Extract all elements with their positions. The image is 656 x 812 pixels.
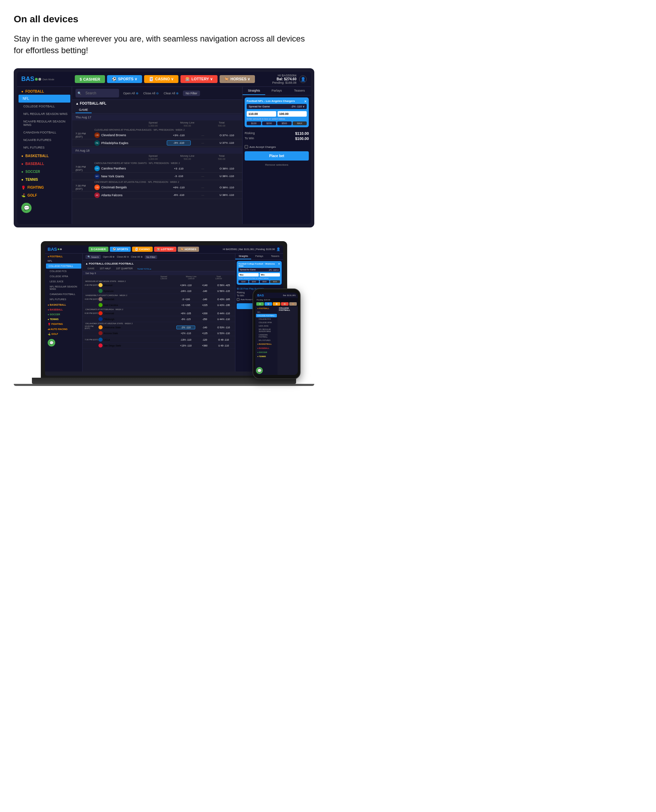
laptop-item-nfl[interactable]: NFL	[45, 258, 82, 263]
nav-lottery[interactable]: 🎰 LOTTERY ∨	[181, 75, 218, 83]
user-icon[interactable]: 👤	[299, 76, 307, 83]
laptop-qa-100[interactable]: $100	[238, 280, 248, 283]
laptop-qa-200[interactable]: $200	[249, 280, 259, 283]
falcons-spread[interactable]: -6½ -110	[167, 193, 191, 197]
laptop-item-nfl-wins[interactable]: NFL REGULAR SEASON WINS	[45, 284, 82, 292]
phone-nav-horses[interactable]: 🐎	[289, 302, 297, 306]
laptop-odd-23[interactable]: +125	[195, 332, 214, 334]
phone-item-college[interactable]: COLLEGE FOOTBALL	[256, 314, 277, 317]
laptop-bs-tab-straights[interactable]: Straights	[235, 254, 251, 259]
phone-nav-lottery[interactable]: 🎰	[281, 302, 289, 306]
qa-max[interactable]: MAX	[292, 121, 307, 125]
remove-selections[interactable]: Remove selections	[243, 162, 311, 168]
laptop-tab-more[interactable]: TEAM TOTAL ▸	[136, 266, 153, 271]
laptop-bs-tab-parlays[interactable]: Parlays	[251, 254, 267, 259]
sidebar-item-college-football[interactable]: COLLEGE FOOTBALL	[17, 102, 72, 110]
laptop-odd-1[interactable]: +24½ -110	[176, 284, 195, 286]
laptop-qa-500[interactable]: $500	[260, 280, 270, 283]
laptop-odd-7[interactable]: -3 +100	[176, 298, 195, 300]
laptop-odd-27[interactable]: O 49 -110	[214, 339, 233, 341]
laptop-item-fcs[interactable]: COLLEGE FCS	[45, 269, 82, 274]
bengals-total[interactable]: O 38½ -110	[215, 185, 239, 190]
clear-all-btn[interactable]: Clear All ⊗	[162, 91, 180, 96]
laptop-item-canadian[interactable]: CANADIAN FOOTBALL	[45, 292, 82, 297]
laptop-odd-4[interactable]: -24½ -110	[176, 290, 195, 292]
laptop-tab-game[interactable]: GAME	[85, 266, 97, 271]
close-all-btn[interactable]: Close All ⊖	[142, 91, 161, 96]
eagles-spread[interactable]: -3½ -110	[167, 140, 191, 145]
qa-200[interactable]: $200	[262, 121, 277, 125]
laptop-risk-input[interactable]: Max	[238, 273, 259, 277]
chat-button[interactable]: 💬	[21, 203, 32, 213]
phone-item-futures[interactable]: NFL FUTURES	[255, 339, 278, 342]
sidebar-item-canadian[interactable]: CANADIAN FOOTBALL	[17, 128, 72, 136]
laptop-close-all[interactable]: Close All ⊖	[117, 255, 128, 258]
phone-item-xfra[interactable]: COLLEGE XFRA	[255, 321, 278, 324]
laptop-odd-28[interactable]: +13½ -110	[176, 345, 195, 347]
nav-casino[interactable]: 🃏 CASINO ∨	[144, 75, 178, 83]
laptop-bet-card-close[interactable]: ✕	[278, 263, 280, 266]
panthers-spread[interactable]: +3 -110	[167, 166, 191, 171]
laptop-odd-3[interactable]: O 56½ -425	[214, 284, 233, 286]
laptop-clear-all[interactable]: Clear All ⊗	[131, 255, 143, 258]
phone-item-nflwins[interactable]: NFL REGULAR SEASON WINS	[255, 328, 278, 333]
laptop-odd-8[interactable]: -140	[195, 298, 214, 300]
laptop-nav-horses[interactable]: 🐎 HORSES	[178, 247, 199, 252]
auto-accept-checkbox[interactable]	[244, 145, 248, 148]
browns-spread[interactable]: +3½ -110	[167, 133, 191, 138]
laptop-nav-casino[interactable]: 🃏 CASINO	[132, 247, 152, 252]
bet-card-close[interactable]: ✕	[304, 99, 307, 103]
bengals-spread[interactable]: +6½ -110	[167, 185, 191, 190]
nav-horses[interactable]: 🐎 HORSES ∨	[220, 75, 255, 83]
laptop-item-xfra[interactable]: COLLEGE XFRA	[45, 274, 82, 279]
risk-input[interactable]: 110.00	[247, 111, 276, 117]
tab-parlays[interactable]: Parlays	[265, 87, 288, 95]
laptop-no-filter[interactable]: No Filter	[145, 255, 157, 259]
laptop-odd-19[interactable]: -2½ -110	[176, 326, 195, 329]
phone-item-nfl[interactable]: NFL	[255, 311, 278, 314]
search-input[interactable]	[83, 90, 117, 96]
laptop-nav-lottery[interactable]: 🎰 LOTTERY	[154, 247, 176, 252]
laptop-nav-cashier[interactable]: $ CASHIER	[88, 247, 109, 252]
laptop-odd-2[interactable]: +140	[195, 284, 214, 286]
panthers-total[interactable]: O 38½ -110	[215, 166, 239, 171]
tab-game[interactable]: GAME	[76, 107, 91, 113]
laptop-qa-max[interactable]: MAX	[270, 280, 280, 283]
laptop-odd-14[interactable]: +200	[195, 312, 214, 315]
phone-nav-cashier[interactable]: $	[256, 302, 264, 306]
open-all-btn[interactable]: Open All ⊕	[122, 91, 140, 96]
phone-nav-casino[interactable]: 🃏	[273, 302, 280, 306]
sidebar-item-nfl-futures[interactable]: NFL FUTURES	[17, 144, 72, 151]
laptop-item-lessjuice[interactable]: LESS JUICE	[45, 279, 82, 284]
laptop-item-nfl-futures[interactable]: NFL FUTURES	[45, 297, 82, 302]
laptop-odd-30[interactable]: U 49 -110	[214, 345, 233, 347]
laptop-odd-24[interactable]: U 53½ -110	[214, 332, 233, 334]
laptop-bs-tab-teasers[interactable]: Teasers	[267, 254, 283, 259]
phone-item-lessjuice[interactable]: LESS JUICE	[255, 324, 278, 328]
laptop-nav-sports[interactable]: ⚽ SPORTS	[110, 247, 131, 252]
laptop-odd-11[interactable]: +225	[195, 304, 214, 306]
place-bet-button[interactable]: Place bet	[244, 151, 309, 161]
sidebar-item-ncaafb-wins[interactable]: NCAAFB REGULAR SEASON WINS	[17, 118, 72, 128]
giants-total[interactable]: U 38½ -110	[215, 174, 239, 178]
laptop-odd-5[interactable]: -140	[195, 290, 214, 292]
laptop-odd-21[interactable]: O 53½ -110	[214, 326, 233, 329]
laptop-odd-10[interactable]: +3 +285	[176, 304, 195, 306]
laptop-auto-accept-checkbox[interactable]	[237, 298, 240, 301]
phone-nav-sports[interactable]: ⚽	[265, 302, 272, 306]
laptop-odd-25[interactable]: -13½ -110	[176, 339, 195, 341]
laptop-odd-22[interactable]: +2½ -110	[176, 332, 195, 334]
laptop-odd-9[interactable]: O 43½ -185	[214, 298, 233, 300]
sidebar-item-ncaafb-futures[interactable]: NCAAFB FUTURES	[17, 136, 72, 144]
laptop-item-college[interactable]: COLLEGE FOOTBALL	[46, 263, 81, 269]
no-filter-btn[interactable]: No Filter	[183, 91, 200, 96]
falcons-total[interactable]: U 38½ -110	[215, 193, 239, 197]
laptop-odd-12[interactable]: U 43½ -195	[214, 304, 233, 306]
laptop-odd-26[interactable]: -120	[195, 339, 214, 341]
qa-100[interactable]: $100	[247, 121, 261, 125]
phone-item-fcs[interactable]: COLLEGE FCS	[255, 317, 278, 321]
sidebar-item-nfl-wins[interactable]: NFL REGULAR SEASON WINS	[17, 110, 72, 118]
spread-dropdown[interactable]: Spread for Game -2½ -110 ∨	[247, 104, 307, 109]
phone-item-canadian[interactable]: CANADIAN FOOTBALL	[255, 333, 278, 339]
qa-500[interactable]: $500	[277, 121, 292, 125]
